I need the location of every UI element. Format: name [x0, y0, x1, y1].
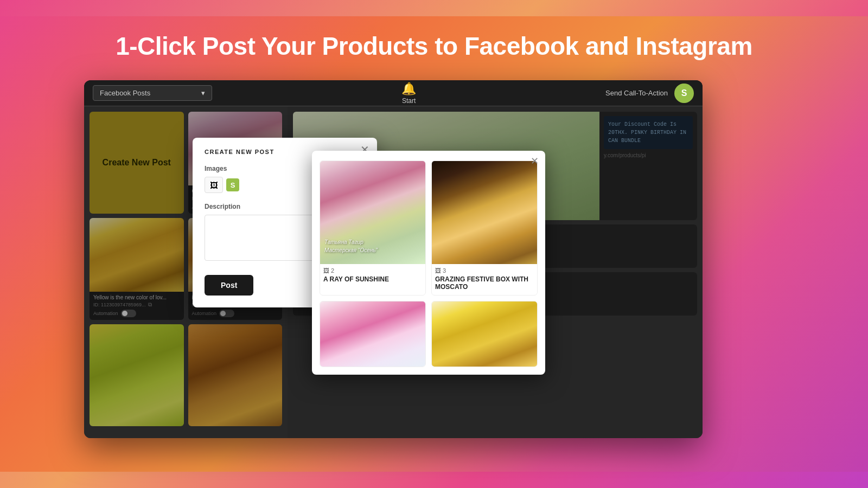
product-2-image	[432, 161, 537, 264]
product-1-watermark: Татьяна Тагир Мастерская "Осень"	[324, 238, 378, 254]
app-window: Facebook Posts ▾ 🔔 Start Send Call-To-Ac…	[84, 80, 703, 438]
app-body: Create New Post Comment 200FF to get the…	[84, 106, 703, 438]
shopify-product-icon-btn[interactable]: S	[226, 178, 239, 191]
product-1-count: 🖼 2	[323, 267, 422, 274]
image-count-icon-2: 🖼	[435, 267, 441, 274]
app-header: Facebook Posts ▾ 🔔 Start Send Call-To-Ac…	[84, 80, 703, 106]
product-2-count: 🖼 3	[435, 267, 534, 274]
facebook-posts-dropdown[interactable]: Facebook Posts ▾	[93, 85, 212, 101]
product-2-name: GRAZING FESTIVE BOX WITH MOSCATO	[435, 275, 534, 291]
header-center: 🔔 Start	[219, 82, 599, 105]
product-2-label: 🖼 3 GRAZING FESTIVE BOX WITH MOSCATO	[432, 264, 537, 295]
shopify-avatar: S	[674, 84, 694, 103]
product-item-4[interactable]	[431, 301, 538, 367]
product-item-3[interactable]	[320, 301, 426, 367]
send-cta-label: Send Call-To-Action	[605, 89, 668, 97]
product-grid: Татьяна Тагир Мастерская "Осень" 🖼 2 A R…	[320, 160, 538, 367]
post-button[interactable]: Post	[205, 275, 253, 296]
product-3-image	[320, 301, 425, 367]
product-1-name: A RAY OF SUNSHINE	[323, 275, 422, 283]
product-picker-modal: ✕ Татьяна Тагир Мастерская "Осень"	[312, 151, 545, 375]
bell-icon: 🔔	[401, 82, 416, 96]
page-wrapper: 1-Click Post Your Products to Facebook a…	[0, 16, 868, 472]
headline: 1-Click Post Your Products to Facebook a…	[0, 31, 868, 61]
image-upload-icon-btn[interactable]: 🖼	[205, 177, 223, 193]
dropdown-arrow-icon: ▾	[201, 89, 205, 97]
product-item-1[interactable]: Татьяна Тагир Мастерская "Осень" 🖼 2 A R…	[320, 160, 426, 296]
product-4-image	[432, 301, 537, 367]
dropdown-label: Facebook Posts	[100, 89, 150, 97]
header-right: Send Call-To-Action S	[605, 84, 694, 103]
picker-close-button[interactable]: ✕	[531, 156, 539, 166]
product-item-2[interactable]: 🖼 3 GRAZING FESTIVE BOX WITH MOSCATO	[431, 160, 538, 296]
image-count-icon-1: 🖼	[323, 267, 329, 274]
product-1-image: Татьяна Тагир Мастерская "Осень"	[320, 161, 425, 264]
product-1-label: 🖼 2 A RAY OF SUNSHINE	[320, 264, 425, 287]
start-label: Start	[402, 97, 416, 105]
